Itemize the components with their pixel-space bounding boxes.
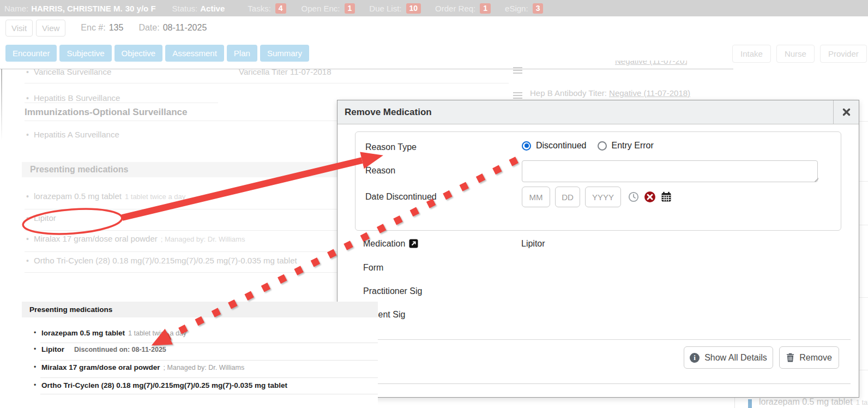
radio-entry-error[interactable] [598,141,607,151]
med-item-miralax[interactable]: Miralax 17 gram/dose oral powder; Manage… [34,234,245,243]
enc-number-value: 135 [109,23,124,33]
tasks-badge[interactable]: 4 [275,3,286,14]
panel-border [734,397,735,408]
divider [345,383,851,384]
panel-left-border [1,69,2,141]
medication-label: Medication [363,239,418,250]
divider [859,181,868,182]
divider [859,225,868,225]
tab-subjective[interactable]: Subjective [59,45,111,62]
reason-type-radio-group: Discontinued Entry Error [522,141,654,151]
tab-summary[interactable]: Summary [260,45,309,62]
varicella-surveillance-item[interactable]: Varicella Surveillance [34,67,111,76]
hep-b-titer-link[interactable]: Negative (11-07-2018) [609,88,690,98]
reason-fieldset: Reason Type Discontinued Entry Error Rea… [355,131,841,231]
date-yyyy-input[interactable] [585,187,621,207]
info-icon: i [690,353,700,363]
med-item-lipitor[interactable]: Lipitor [34,213,56,223]
note-tabs: Encounter Subjective Objective Assessmen… [5,45,309,62]
radio-discontinued[interactable] [522,141,531,151]
remove-medication-modal: Remove Medication Reason Type Discontinu… [337,100,859,398]
panel-header: Presenting medications [22,302,378,317]
date-discontinued-inputs [522,187,672,207]
esign-badge[interactable]: 3 [533,3,544,14]
radio-entry-error-label[interactable]: Entry Error [612,141,654,151]
discontinued-status: Discontinued on: 08-11-2025 [74,346,166,353]
status-value: Active [200,4,225,13]
divider [40,394,378,394]
divider [40,360,378,361]
varicella-titer-value: Varicella Titer 11-07-2018 [239,67,331,76]
enc-date-value: 08-11-2025 [163,23,207,33]
date-dd-input[interactable] [555,187,580,207]
clipped-result-link[interactable]: Negative (11-07-2018) [615,61,687,67]
tab-assessment[interactable]: Assessment [165,45,224,62]
role-tabs: Intake Nurse Provider Depar [732,45,868,63]
divider [40,343,378,343]
encounter-bar: Visit View Enc #: 135 Date: 08-11-2025 [0,16,868,39]
medication-value: Lipitor [521,239,545,249]
divider [40,377,378,378]
due-list-badge[interactable]: 10 [406,3,421,14]
hepatitis-b-surveillance-item[interactable]: Hepatitis B Surveillance [34,93,120,103]
med-item-lorazepam[interactable]: lorazepam 0.5 mg tablet1 tablet twice a … [34,191,185,201]
tab-provider[interactable]: Provider [820,45,867,63]
status-label: Status: [172,4,198,13]
panel-med-lipitor[interactable]: • LipitorDiscontinued on: 08-11-2025 [22,345,378,355]
tab-encounter[interactable]: Encounter [5,45,57,62]
close-icon [842,108,851,116]
list-icon[interactable] [513,92,522,100]
divider [25,83,509,83]
clock-icon[interactable] [628,191,639,202]
reason-input[interactable] [522,160,818,182]
divider [859,370,868,370]
enc-number-label: Enc #: [81,23,105,33]
modal-title: Remove Medication [337,100,859,124]
order-req-badge[interactable]: 1 [480,3,491,14]
esign-label: eSign: [505,4,528,13]
date-discontinued-label: Date Discontinued [365,192,437,202]
panel-med-lorazepam[interactable]: • lorazepam 0.5 mg tablet1 tablet twice … [22,329,378,339]
tab-objective[interactable]: Objective [114,45,163,62]
clear-date-icon[interactable] [644,191,656,203]
remove-button[interactable]: Remove [779,346,839,369]
view-button[interactable]: View [36,20,65,37]
reason-label: Reason [365,166,395,176]
date-mm-input[interactable] [522,187,550,207]
open-enc-label: Open Enc: [302,4,340,13]
calendar-icon[interactable] [661,191,672,202]
due-list-label: Due List: [369,4,401,13]
med-item-lorazepam-bottom[interactable]: lorazepam 0.5 mg tablet1 tablet t [759,397,868,407]
med-item-ortho-tri-cyclen[interactable]: Ortho Tri-Cyclen (28) 0.18 mg(7)/0.215mg… [34,256,297,265]
radio-discontinued-label[interactable]: Discontinued [536,141,587,151]
external-link-icon[interactable] [409,239,418,250]
name-label: Name: [4,4,28,13]
show-all-details-button[interactable]: i Show All Details [684,346,773,369]
modal-header: Remove Medication [337,100,859,124]
presenting-medications-result-panel: Presenting medications • lorazepam 0.5 m… [22,302,378,408]
hep-b-titer-row: Hep B Antibody Titer: Negative (11-07-20… [530,88,690,98]
divider [345,339,851,340]
enc-date-label: Date: [138,23,159,33]
close-button[interactable] [833,100,859,124]
note-tab-bar: Encounter Subjective Objective Assessmen… [0,43,868,67]
list-icon[interactable] [513,67,522,75]
tab-plan[interactable]: Plan [227,45,257,62]
selected-row-accent [748,399,752,408]
tab-nurse[interactable]: Nurse [776,45,815,63]
form-label: Form [363,263,383,273]
panel-med-ortho-tri-cyclen[interactable]: • Ortho Tri-Cyclen (28) 0.18 mg(7)/0.215… [22,381,378,391]
divider [25,103,218,103]
visit-button[interactable]: Visit [5,20,33,37]
patient-age-sex: 30 y/o F [125,4,156,13]
open-enc-badge[interactable]: 1 [345,3,355,14]
panel-med-miralax[interactable]: • Miralax 17 gram/dose oral powder; Mana… [22,363,378,373]
hepatitis-a-surveillance-item[interactable]: Hepatitis A Surveillance [34,130,119,139]
reason-type-label: Reason Type [365,142,417,152]
app-window: Name: HARRIS, CHRISTINE M. 30 y/o F Stat… [0,0,868,408]
tab-intake[interactable]: Intake [732,45,771,63]
tasks-label: Tasks: [248,4,271,13]
order-req-label: Order Req: [435,4,475,13]
patient-name: HARRIS, CHRISTINE M. [31,4,123,13]
immunizations-optional-header: Immunizations-Optional Surveillance [25,107,188,118]
